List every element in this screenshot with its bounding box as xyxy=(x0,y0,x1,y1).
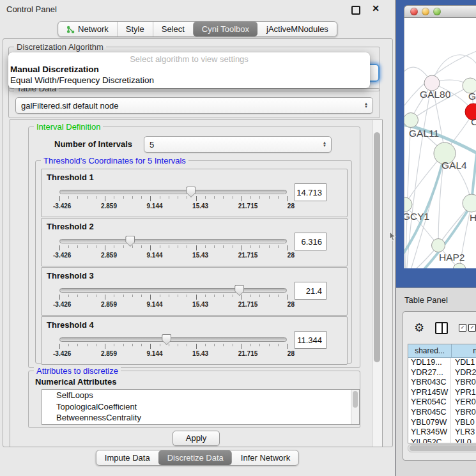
threshold-2-label: Threshold 2 xyxy=(47,222,94,231)
table-data-combobox[interactable]: galFiltered.sif default node ▲▼ xyxy=(15,97,373,114)
threshold-1-panel: Threshold 1 -3.4262.8599.14415.4321.7152… xyxy=(41,169,348,217)
attributes-group: Attributes to discretize Numerical Attri… xyxy=(28,371,360,428)
slider-tick-labels: -3.4262.8599.14415.4321.71528 xyxy=(53,203,295,210)
threshold-1-slider[interactable]: -3.4262.8599.14415.4321.71528 xyxy=(59,187,287,213)
table-row[interactable]: YIL052CYIL0 xyxy=(408,438,476,443)
desktop-background: GAL80 GA C GAL11 GAL4 GCY1 H HAP2 Table … xyxy=(396,0,476,476)
thresholds-group-title: Threshold's Coordinates for 5 Intervals xyxy=(41,156,188,165)
tab-jactivemnodules[interactable]: jActiveMNodules xyxy=(257,22,337,36)
table-row[interactable]: YPR145WYPR1 xyxy=(408,388,476,398)
network-view-window: GAL80 GA C GAL11 GAL4 GCY1 H HAP2 xyxy=(404,5,476,268)
float-window-icon[interactable] xyxy=(351,6,360,15)
column-header-shared-name[interactable]: shared... xyxy=(408,344,452,358)
scrollbar-thumb[interactable] xyxy=(410,445,476,451)
thresholds-group: Threshold's Coordinates for 5 Intervals … xyxy=(35,160,352,364)
checkbox-icon[interactable]: ✓ xyxy=(468,324,476,332)
apply-button[interactable]: Apply xyxy=(173,431,220,446)
close-icon[interactable]: ✕ xyxy=(372,3,380,13)
tab-style[interactable]: Style xyxy=(117,22,153,36)
threshold-1-value-field[interactable]: 14.713 xyxy=(295,183,326,201)
list-item[interactable]: BetweennessCentrality xyxy=(42,412,359,424)
list-scrollbar[interactable] xyxy=(351,390,359,424)
tab-select[interactable]: Select xyxy=(153,22,193,36)
window-close-icon[interactable] xyxy=(410,8,418,15)
threshold-3-panel: Threshold 3 -3.4262.8599.14415.4321.7152… xyxy=(41,267,348,316)
threshold-1-label: Threshold 1 xyxy=(47,173,94,182)
threshold-2-value-field[interactable]: 6.316 xyxy=(295,233,326,250)
algorithm-option-manual-discretization[interactable]: Manual Discretization xyxy=(8,65,370,75)
tab-cyni-toolbox[interactable]: Cyni Toolbox xyxy=(193,22,257,36)
number-of-intervals-value: 5 xyxy=(144,140,323,150)
algorithm-option-equal-width-frequency[interactable]: Equal Width/Frequency Discretization xyxy=(8,75,370,86)
node-h[interactable] xyxy=(463,194,476,212)
network-canvas[interactable]: GAL80 GA C GAL11 GAL4 GCY1 H HAP2 xyxy=(404,18,476,268)
gear-icon[interactable]: ⚙ xyxy=(414,322,424,334)
network-window-titlebar[interactable] xyxy=(404,5,476,18)
attributes-group-title: Attributes to discretize xyxy=(34,366,121,376)
column-header-name[interactable]: na xyxy=(452,344,476,358)
mouse-cursor xyxy=(389,232,396,242)
table-toolbar: ⚙ ✓ ✓ xyxy=(403,312,476,344)
node-label: C xyxy=(471,116,476,127)
window-minimize-icon[interactable] xyxy=(422,8,429,15)
table-row[interactable]: YDR27...YDR2 xyxy=(408,368,476,378)
threshold-3-slider[interactable]: -3.4262.8599.14415.4321.71528 xyxy=(59,286,287,311)
tab-impute-data[interactable]: Impute Data xyxy=(96,450,158,465)
tab-discretize-data[interactable]: Discretize Data xyxy=(158,450,232,465)
app-root: Control Panel ✕ Network Style Select Cyn… xyxy=(0,0,476,476)
node-hap2[interactable] xyxy=(432,239,445,252)
network-icon xyxy=(66,25,75,34)
table-horizontal-scrollbar[interactable] xyxy=(408,444,476,452)
threshold-4-panel: Threshold 4 -3.4262.8599.14415.4321.7152… xyxy=(41,316,348,365)
tab-network[interactable]: Network xyxy=(58,22,117,36)
settings-scroll-viewport: Interval Definition Number of Intervals … xyxy=(10,119,383,447)
table-row[interactable]: YER054CYER0 xyxy=(408,397,476,408)
node-label: GCY1 xyxy=(404,211,429,222)
interval-definition-group: Interval Definition Number of Intervals … xyxy=(28,127,360,368)
threshold-2-slider[interactable]: -3.4262.8599.14415.4321.71528 xyxy=(59,236,287,262)
node-gcy1[interactable] xyxy=(404,197,412,211)
window-zoom-icon[interactable] xyxy=(433,8,441,15)
numerical-attributes-label: Numerical Attributes xyxy=(35,377,116,387)
algorithm-popup-placeholder: Select algorithm to view settings xyxy=(8,54,370,65)
table-panel-title: Table Panel xyxy=(404,295,448,305)
scrollbar-thumb[interactable] xyxy=(374,132,380,362)
spinner-stepper-icon: ▲▼ xyxy=(323,141,326,148)
node-label: HAP2 xyxy=(439,252,465,263)
algorithm-dropdown-popup: Select algorithm to view settings Manual… xyxy=(8,52,370,88)
number-of-intervals-spinner[interactable]: 5 ▲▼ xyxy=(144,136,332,153)
list-item[interactable]: SelfLoops xyxy=(42,390,359,401)
node-label: GAL4 xyxy=(441,160,467,171)
table-panel-section: Table Panel ⚙ ✓ ✓ shared... na YDL19...Y… xyxy=(396,288,476,476)
cyni-bottom-tab-bar: Impute Data Discretize Data Infer Networ… xyxy=(96,450,299,466)
list-item[interactable]: TopologicalCoefficient xyxy=(42,401,359,413)
control-panel-tab-bar: Network Style Select Cyni Toolbox jActiv… xyxy=(58,21,337,37)
table-panel: ⚙ ✓ ✓ shared... na YDL19...YDL1 YDR27...… xyxy=(403,311,476,461)
number-of-intervals-label: Number of Intervals xyxy=(54,139,132,149)
tab-infer-network[interactable]: Infer Network xyxy=(232,450,298,465)
threshold-4-slider[interactable]: -3.4262.8599.14415.4321.71528 xyxy=(59,335,287,360)
settings-scrollbar[interactable] xyxy=(372,120,382,447)
table-row[interactable]: YDL19...YDL1 xyxy=(408,358,476,368)
threshold-3-value-field[interactable]: 21.4 xyxy=(295,282,326,300)
node-gal11[interactable] xyxy=(404,113,418,128)
control-panel-title: Control Panel xyxy=(6,4,57,14)
node-label: GA xyxy=(468,91,476,102)
slider-track[interactable] xyxy=(59,190,287,194)
table-row[interactable]: YLR345WYLR3 xyxy=(408,427,476,438)
checkbox-icon[interactable]: ✓ xyxy=(459,324,466,332)
threshold-4-label: Threshold 4 xyxy=(47,320,94,330)
table-row[interactable]: YBL079WYBL0 xyxy=(408,418,476,428)
network-graph: GAL80 GA C GAL11 GAL4 GCY1 H HAP2 xyxy=(404,18,476,268)
threshold-4-value-field[interactable]: 11.344 xyxy=(295,331,326,349)
threshold-3-label: Threshold 3 xyxy=(47,271,94,280)
numerical-attributes-list[interactable]: SelfLoops TopologicalCoefficient Between… xyxy=(42,389,360,425)
table-row[interactable]: YBR045CYBR0 xyxy=(408,408,476,418)
tab-network-label: Network xyxy=(78,22,109,36)
table-data-group: Table Data galFiltered.sif default node … xyxy=(8,88,380,118)
control-panel: Control Panel ✕ Network Style Select Cyn… xyxy=(0,0,396,476)
split-columns-icon[interactable] xyxy=(435,322,448,334)
node-label: GAL11 xyxy=(409,128,439,139)
table-row[interactable]: YBR043CYBR0 xyxy=(408,378,476,388)
column-checkboxes: ✓ ✓ xyxy=(459,324,476,332)
